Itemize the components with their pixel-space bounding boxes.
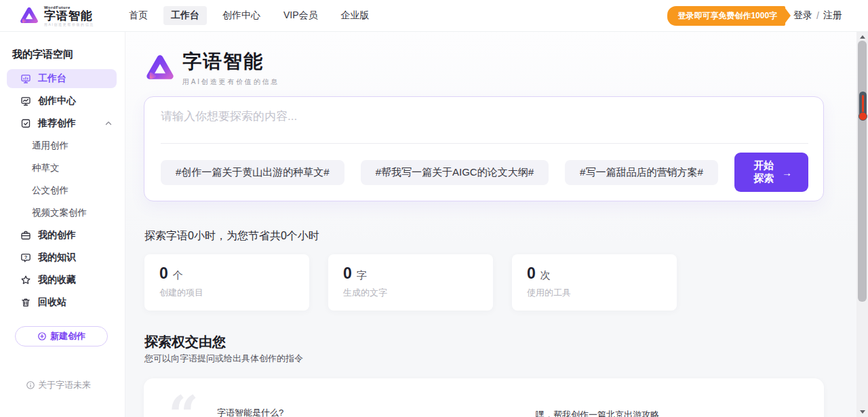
example-prompt: 嘿，帮我创作一篇北京出游攻略 xyxy=(536,409,659,417)
main-nav: 首页 工作台 创作中心 VIP会员 企业版 xyxy=(121,6,377,25)
monitor-icon xyxy=(20,73,31,84)
stat-unit: 字 xyxy=(357,269,367,282)
new-creation-button[interactable]: 新建创作 xyxy=(15,326,108,346)
login-register[interactable]: 登录 / 注册 xyxy=(793,9,842,22)
logo-tagline-small: 用AI创造更有价值的信息 xyxy=(44,23,94,26)
star-icon xyxy=(20,275,31,285)
sidebar-item-recommended[interactable]: 推荐创作 xyxy=(7,114,117,133)
about-link[interactable]: 关于字语未来 xyxy=(0,379,117,391)
sidebar-item-label: 工作台 xyxy=(38,73,66,85)
sidebar-item-my-favorites[interactable]: 我的收藏 xyxy=(7,271,117,290)
logo-cn: 字语智能 xyxy=(44,10,94,22)
sidebar-item-label: 创作中心 xyxy=(38,95,76,107)
sidebar-item-my-knowledge[interactable]: ? 我的知识 xyxy=(7,248,117,267)
doc-check-icon xyxy=(20,118,31,129)
sidebar-title: 我的字语空间 xyxy=(12,48,125,61)
subitem-label: 种草文 xyxy=(32,162,60,174)
info-icon xyxy=(26,380,35,390)
nav-creation-center[interactable]: 创作中心 xyxy=(215,6,268,25)
monitor-chart-icon xyxy=(20,96,31,106)
nav-vip[interactable]: VIP会员 xyxy=(276,6,326,25)
stats-heading: 探索字语0小时，为您节省共0个小时 xyxy=(144,229,319,243)
sidebar-item-label: 我的创作 xyxy=(38,229,76,241)
suggestion-chips-row: #创作一篇关于黄山出游的种草文# #帮我写一篇关于AIGC的论文大纲# #写一篇… xyxy=(161,143,808,192)
example-quote-card: “ 字语智能是什么? 嘿，帮我创作一篇北京出游攻略 xyxy=(144,378,824,417)
sidebar-item-label: 我的收藏 xyxy=(38,274,76,286)
explore-section-subtitle: 您可以向字语提问或给出具体创作的指令 xyxy=(144,353,303,365)
stat-value: 0 xyxy=(527,264,536,283)
start-explore-button[interactable]: 开始探索 → xyxy=(734,153,808,192)
logo-text: WordFuture 字语智能 用AI创造更有价值的信息 xyxy=(44,5,94,26)
subitem-label: 视频文案创作 xyxy=(32,207,87,219)
stat-value: 0 xyxy=(159,264,168,283)
quote-icon: “ xyxy=(168,389,199,417)
main-content: 字语智能 用AI创造更有价值的信息 #创作一篇关于黄山出游的种草文# #帮我写一… xyxy=(125,32,856,417)
sidebar-item-recycle-bin[interactable]: 回收站 xyxy=(7,293,117,312)
stats-cards: 0 个 创建的项目 0 字 生成的文字 0 次 使用的工具 xyxy=(144,254,677,311)
trash-icon xyxy=(20,297,31,308)
nav-home[interactable]: 首页 xyxy=(121,6,155,25)
sidebar-subitem-seeding-article[interactable]: 种草文 xyxy=(0,159,125,178)
main-brand: 字语智能 用AI创造更有价值的信息 xyxy=(144,49,279,87)
stat-card-tools: 0 次 使用的工具 xyxy=(512,254,677,311)
stat-label: 使用的工具 xyxy=(527,287,662,299)
stat-unit: 个 xyxy=(173,269,183,282)
top-header: WordFuture 字语智能 用AI创造更有价值的信息 首页 工作台 创作中心… xyxy=(0,0,868,32)
nav-workbench[interactable]: 工作台 xyxy=(163,6,207,25)
sidebar-item-label: 我的知识 xyxy=(38,252,76,264)
sidebar-subitem-official-doc[interactable]: 公文创作 xyxy=(0,181,125,200)
about-label: 关于字语未来 xyxy=(38,379,91,391)
suggestion-chip-huangshan[interactable]: #创作一篇关于黄山出游的种草文# xyxy=(161,160,344,185)
explore-section-title: 探索权交由您 xyxy=(144,333,226,351)
main-brand-name: 字语智能 xyxy=(182,49,279,75)
search-card: #创作一篇关于黄山出游的种草文# #帮我写一篇关于AIGC的论文大纲# #写一篇… xyxy=(144,96,824,201)
sidebar-item-workbench[interactable]: 工作台 xyxy=(7,69,117,88)
subitem-label: 公文创作 xyxy=(32,184,68,197)
suggestion-chip-aigc[interactable]: #帮我写一篇关于AIGC的论文大纲# xyxy=(361,160,549,185)
main-brand-tagline: 用AI创造更有价值的信息 xyxy=(182,77,279,87)
sidebar-item-label: 推荐创作 xyxy=(38,117,76,130)
page-scrollbar[interactable] xyxy=(856,32,868,417)
plus-circle-icon xyxy=(37,332,47,341)
nav-enterprise[interactable]: 企业版 xyxy=(334,6,377,25)
login-link[interactable]: 登录 xyxy=(793,9,812,22)
new-creation-label: 新建创作 xyxy=(50,330,85,342)
sidebar-item-label: 回收站 xyxy=(38,296,66,309)
start-explore-label: 开始探索 xyxy=(751,159,777,185)
thermometer-indicator-icon xyxy=(859,92,867,121)
scrollbar-thumb[interactable] xyxy=(858,41,867,302)
app-window: WordFuture 字语智能 用AI创造更有价值的信息 首页 工作台 创作中心… xyxy=(0,0,868,417)
brand-triangle-icon xyxy=(19,5,39,26)
suggestion-chip-dessert[interactable]: #写一篇甜品店的营销方案# xyxy=(565,160,718,185)
header-logo[interactable]: WordFuture 字语智能 用AI创造更有价值的信息 xyxy=(0,5,94,26)
stat-unit: 次 xyxy=(540,269,551,282)
stat-label: 生成的文字 xyxy=(343,287,478,299)
header-right: 登录即可享免费创作1000字 登录 / 注册 xyxy=(667,6,868,26)
chevron-up-icon[interactable] xyxy=(104,119,113,127)
scrollbar-down-arrow[interactable] xyxy=(856,407,868,417)
subitem-label: 通用创作 xyxy=(32,140,68,152)
sidebar: 我的字语空间 工作台 创作中心 推荐创作 xyxy=(0,32,125,417)
register-link[interactable]: 注册 xyxy=(823,9,842,22)
svg-text:?: ? xyxy=(24,254,28,260)
example-question: 字语智能是什么? xyxy=(217,407,283,417)
sidebar-subitem-general[interactable]: 通用创作 xyxy=(0,136,125,155)
sidebar-item-creation-center[interactable]: 创作中心 xyxy=(7,92,117,111)
logo-en: WordFuture xyxy=(44,5,94,9)
briefcase-icon xyxy=(20,230,31,241)
stat-card-projects: 0 个 创建的项目 xyxy=(144,254,309,311)
chat-question-icon: ? xyxy=(20,252,31,263)
arrow-right-icon: → xyxy=(782,167,792,178)
stat-value: 0 xyxy=(343,264,352,283)
login-separator: / xyxy=(816,10,819,21)
stat-card-words: 0 字 生成的文字 xyxy=(328,254,493,311)
sidebar-item-my-creations[interactable]: 我的创作 xyxy=(7,226,117,245)
stat-label: 创建的项目 xyxy=(159,287,294,299)
brand-triangle-icon-large xyxy=(144,52,176,83)
sidebar-subitem-video-copy[interactable]: 视频文案创作 xyxy=(0,203,125,222)
login-promo-badge[interactable]: 登录即可享免费创作1000字 xyxy=(667,6,785,26)
